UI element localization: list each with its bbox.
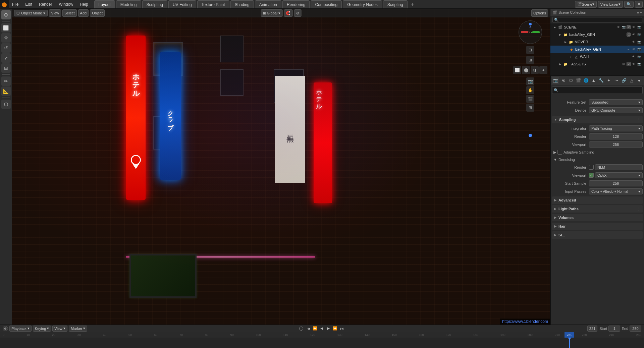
timeline-sphere-icon[interactable]: ⊕ <box>3 326 8 331</box>
assets-view[interactable]: 👁 <box>631 62 636 66</box>
advanced-section-header[interactable]: ▶ Advanced <box>552 196 643 204</box>
object-mode-dropdown[interactable]: ⬡ Object Mode ▾ <box>14 10 48 16</box>
timeline-track[interactable]: 0 10 20 30 40 50 60 70 80 90 100 110 120… <box>0 332 644 348</box>
scene-props-icon[interactable]: 🎬 <box>575 77 582 84</box>
tool-cursor[interactable]: ⊕ <box>1 10 11 19</box>
outliner-filter-icon[interactable]: ≡ <box>637 10 639 14</box>
world-props-icon[interactable]: 🌐 <box>583 77 590 84</box>
outliner-item-backAlley-gen[interactable]: ▶ 📁 backAlley_GEN ☑ 👁 📷 <box>550 31 644 38</box>
light-paths-section-header[interactable]: ▶ Light Paths ⋮ <box>552 205 643 213</box>
menu-help[interactable]: Help <box>76 0 92 8</box>
tab-texture-paint[interactable]: Texture Paint <box>197 0 229 8</box>
rendered-icon[interactable]: 🎬 <box>526 95 534 103</box>
scene-view-icon[interactable]: 👁 <box>616 25 621 30</box>
marker-dropdown[interactable]: Marker ▾ <box>69 326 87 332</box>
timeline-ruler-area[interactable]: 0 10 20 30 40 50 60 70 80 90 100 110 120… <box>0 332 644 348</box>
output-props-icon[interactable]: 🖨 <box>560 77 567 84</box>
wall-view[interactable]: 👁 <box>631 54 636 59</box>
denoising-viewport-dropdown[interactable]: OptiX ▾ <box>595 172 643 178</box>
scene-hide-icon[interactable]: 👁 <box>631 25 636 30</box>
search-button[interactable]: 🔍 <box>624 1 634 8</box>
properties-content[interactable]: Feature Set Supported ▾ Device GPU Compu… <box>551 97 644 325</box>
adaptive-sampling-checkbox[interactable] <box>557 150 562 155</box>
outliner-item-scene[interactable]: ▶ 🎬 SCENE 👁 📷 ☑ 👁 📷 <box>550 23 644 31</box>
scene-checkbox[interactable]: ☑ <box>627 25 631 29</box>
light-paths-options[interactable]: ⋮ <box>637 207 641 211</box>
keying-dropdown[interactable]: Keying ▾ <box>33 326 51 332</box>
menu-edit[interactable]: Edit <box>22 0 36 8</box>
add-workspace-button[interactable]: + <box>409 0 417 8</box>
start-sample-input[interactable]: 256 <box>589 180 643 186</box>
hair-section-header[interactable]: ▶ Hair <box>552 223 643 230</box>
render-props-icon[interactable]: 📷 <box>552 77 559 84</box>
object-menu[interactable]: Object <box>90 9 105 17</box>
step-back-btn[interactable]: ⏪ <box>312 326 318 332</box>
view-layer-selector[interactable]: View Layer ▾ <box>598 1 623 8</box>
assets-check[interactable]: ☑ <box>627 62 631 66</box>
tool-annotate[interactable]: ✏ <box>1 76 11 86</box>
menu-render[interactable]: Render <box>36 0 55 8</box>
mover-view[interactable]: 👁 <box>631 40 636 44</box>
particles-props-icon[interactable]: ✦ <box>605 77 612 84</box>
tool-add-primitive[interactable]: ⬡ <box>1 100 11 109</box>
tool-transform[interactable]: ⊞ <box>1 63 11 73</box>
mover-expand-arrow[interactable]: ▶ <box>564 40 567 44</box>
tab-geometry-nodes[interactable]: Geometry Nodes <box>343 0 382 8</box>
play-btn[interactable]: ▶ <box>325 326 331 332</box>
denoising-header[interactable]: ▼ Denoising <box>552 156 643 163</box>
tool-scale[interactable]: ⤢ <box>1 53 11 63</box>
viewport-samples-input[interactable]: 256 <box>589 141 643 148</box>
end-frame-input[interactable] <box>630 326 641 332</box>
backalley-expand-arrow[interactable]: ▶ <box>558 33 562 36</box>
menu-window[interactable]: Window <box>55 0 76 8</box>
scene-selector[interactable]: 🎬 Scene ▾ <box>575 1 597 8</box>
view-menu[interactable]: View <box>49 9 61 17</box>
material-props-icon[interactable]: ● <box>636 77 643 84</box>
outliner-add-icon[interactable]: + <box>640 10 642 14</box>
view-dropdown[interactable]: View ▾ <box>52 326 67 332</box>
physics-props-icon[interactable]: 〜 <box>613 77 620 84</box>
assets-extra[interactable]: ⊞ <box>621 62 626 66</box>
scene-expand-arrow[interactable]: ▶ <box>553 25 556 29</box>
properties-search-input[interactable] <box>552 86 643 94</box>
denoising-viewport-checkbox[interactable]: ✓ <box>589 173 594 178</box>
wall-expand-arrow[interactable]: ▷ <box>569 55 573 58</box>
outliner-item-wall[interactable]: ▷ △ WALL 👁 📷 <box>550 53 644 60</box>
tool-measure[interactable]: 📐 <box>1 86 11 96</box>
select-menu[interactable]: Select <box>62 9 77 17</box>
volumes-section-header[interactable]: ▶ Volumes <box>552 214 643 221</box>
input-passes-dropdown[interactable]: Color + Albedo + Normal ▾ <box>589 188 643 194</box>
tool-select-box[interactable]: ⬜ <box>1 23 11 33</box>
simplify-section-header[interactable]: ▶ Si... <box>552 231 643 239</box>
backalley-render[interactable]: 📷 <box>637 32 641 37</box>
outliner-item-backalley-obj[interactable]: ◆ backAlley_GEN 〜 👁 📷 <box>550 46 644 53</box>
close-button[interactable]: ✕ <box>635 1 643 8</box>
mover-render[interactable]: 📷 <box>637 40 641 44</box>
tab-uv-editing[interactable]: UV Editing <box>168 0 196 8</box>
outliner-item-mover[interactable]: ▶ 📁 MOVER 👁 📷 <box>550 38 644 46</box>
hand-tool[interactable]: ✋ <box>526 86 534 94</box>
grid-icon[interactable]: ⊞ <box>526 104 534 112</box>
xray-toggle[interactable]: ⊞ <box>526 56 534 64</box>
adaptive-sampling-header[interactable]: ▶ Adaptive Sampling <box>552 149 643 156</box>
feature-set-dropdown[interactable]: Supported ▾ <box>589 99 643 105</box>
proportional-edit-toggle[interactable]: ⊙ <box>294 9 301 17</box>
sampling-section-header[interactable]: ▼ Sampling ⋮ <box>552 116 643 123</box>
tab-shading[interactable]: Shading <box>230 0 254 8</box>
tool-rotate[interactable]: ↺ <box>1 43 11 53</box>
render-samples-input[interactable]: 128 <box>589 133 643 139</box>
menu-file[interactable]: File <box>9 0 22 8</box>
modifier-props-icon[interactable]: 🔧 <box>598 77 605 84</box>
website-link[interactable]: https://www.1blender.com <box>500 318 550 325</box>
start-frame-input[interactable] <box>608 326 620 332</box>
rendered-shading[interactable]: ● <box>539 66 547 74</box>
playback-dropdown[interactable]: Playback ▾ <box>9 326 32 332</box>
outliner-item-assets[interactable]: ▶ 📁 _ASSETS ⊞ ☑ 👁 📷 <box>550 60 644 68</box>
backalley-obj-view[interactable]: 👁 <box>631 47 636 52</box>
sampling-options-icon[interactable]: ⋮ <box>637 118 641 122</box>
play-reverse-btn[interactable]: ◀ <box>319 326 325 332</box>
options-button[interactable]: Options <box>531 9 548 17</box>
backalley-view[interactable]: 👁 <box>631 32 636 37</box>
solid-shading[interactable]: ⬤ <box>522 66 530 74</box>
constraints-props-icon[interactable]: 🔗 <box>621 77 628 84</box>
